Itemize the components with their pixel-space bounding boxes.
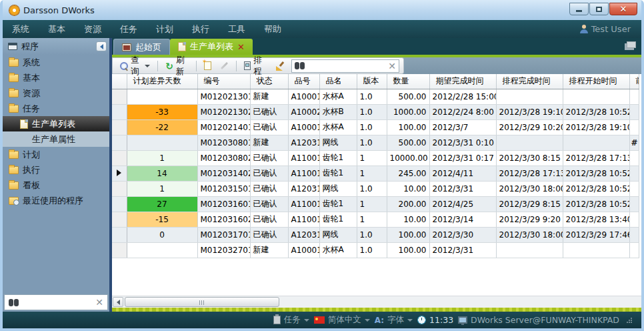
edit-button[interactable] bbox=[217, 63, 231, 68]
cell-expect_time[interactable]: 2012/3/30 bbox=[429, 227, 496, 242]
menu-item-system[interactable]: 系统 bbox=[3, 20, 39, 39]
cell-sched_start[interactable] bbox=[563, 135, 629, 150]
cell-code[interactable]: M012031601 bbox=[197, 196, 250, 212]
menu-item-execute[interactable]: 执行 bbox=[183, 20, 219, 39]
cell-qty[interactable]: 500.00 bbox=[387, 89, 429, 104]
col-header-sched_finish[interactable]: 排程完成时间 bbox=[496, 74, 563, 89]
cell-version[interactable]: 1.0 bbox=[357, 135, 387, 150]
cell-code[interactable]: M012031701 bbox=[197, 227, 250, 242]
sidebar-search-clear-icon[interactable]: ✕ bbox=[95, 298, 103, 307]
cell-sched_finish[interactable]: 2012/3/30 18:00 bbox=[496, 181, 563, 196]
sidebar-item-basic[interactable]: 基本 bbox=[3, 70, 109, 85]
cell-code[interactable]: M012030801 bbox=[197, 135, 250, 150]
cell-item_name[interactable]: 齿轮1 bbox=[319, 212, 357, 227]
cell-sched_finish[interactable]: 2012/3/29 8:15 bbox=[496, 196, 563, 212]
cell-qty[interactable]: 10000.00 bbox=[387, 150, 429, 166]
col-header-version[interactable]: 版本 bbox=[357, 74, 387, 89]
table-search-input[interactable] bbox=[307, 61, 385, 71]
cell-code[interactable]: M012031501 bbox=[197, 181, 250, 196]
col-header-qty[interactable]: 数量 bbox=[387, 74, 429, 89]
row-selector[interactable] bbox=[112, 181, 127, 196]
col-header-item_no[interactable]: 品号 bbox=[288, 74, 319, 89]
cell-sched_start[interactable]: 2012/3/28 10:52 bbox=[563, 104, 629, 119]
cell-sched_start[interactable]: 2012/3/28 10:52 bbox=[563, 196, 629, 212]
cell-item_name[interactable]: 齿轮1 bbox=[319, 150, 357, 166]
cell-status[interactable]: 已确认 bbox=[250, 196, 288, 212]
cell-diff[interactable]: 14 bbox=[127, 166, 197, 181]
col-header-extra[interactable]: 前 bbox=[629, 74, 639, 89]
cell-sched_start[interactable]: 2012/3/28 10:52 bbox=[563, 166, 629, 181]
cell-version[interactable]: 1 bbox=[357, 212, 387, 227]
tab-start-page[interactable]: 起始页 bbox=[113, 39, 170, 55]
menu-item-basic[interactable]: 基本 bbox=[39, 20, 75, 39]
menu-item-help[interactable]: 帮助 bbox=[255, 20, 291, 39]
cell-item_no[interactable]: A11001 bbox=[288, 212, 319, 227]
cell-status[interactable]: 新建 bbox=[250, 242, 288, 258]
cell-item_name[interactable]: 齿轮1 bbox=[319, 166, 357, 181]
schedule-button[interactable]: 排程 bbox=[241, 53, 270, 79]
tab-list-icon[interactable] bbox=[627, 41, 636, 48]
cell-item_no[interactable]: A11001 bbox=[288, 166, 319, 181]
cell-diff[interactable]: 0 bbox=[127, 227, 197, 242]
cell-extra[interactable] bbox=[629, 181, 639, 196]
tab-order-list[interactable]: 生产单列表 ✕ bbox=[170, 39, 253, 55]
cell-expect_time[interactable]: 2012/2/24 8:00 bbox=[429, 104, 496, 119]
cell-extra[interactable] bbox=[629, 166, 639, 181]
language-menu[interactable]: 简体中文 bbox=[314, 314, 370, 326]
cell-code[interactable]: M012021302 bbox=[197, 104, 250, 119]
cell-status[interactable]: 新建 bbox=[250, 89, 288, 104]
sidebar-item-execute[interactable]: 执行 bbox=[3, 162, 109, 178]
clean-button[interactable] bbox=[273, 60, 288, 72]
cell-item_name[interactable]: 水杯A bbox=[319, 89, 357, 104]
menu-item-tools[interactable]: 工具 bbox=[219, 20, 255, 39]
cell-expect_time[interactable]: 2012/3/31 0:10 bbox=[429, 135, 496, 150]
cell-expect_time[interactable]: 2012/2/28 15:00 bbox=[429, 89, 496, 104]
cell-item_no[interactable]: A10001 bbox=[288, 119, 319, 135]
sidebar-item-system[interactable]: 系统 bbox=[3, 55, 109, 70]
cell-extra[interactable]: # bbox=[629, 135, 639, 150]
cell-item_name[interactable]: 齿轮1 bbox=[319, 196, 357, 212]
cell-expect_time[interactable]: 2012/4/25 bbox=[429, 196, 496, 212]
cell-extra[interactable] bbox=[629, 89, 639, 104]
cell-sched_start[interactable]: 2012/3/28 13:40 bbox=[563, 212, 629, 227]
cell-code[interactable]: M012021301 bbox=[197, 89, 250, 104]
cell-sched_start[interactable]: 2012/3/29 17:46 bbox=[563, 227, 629, 242]
cell-extra[interactable] bbox=[629, 196, 639, 212]
row-selector[interactable] bbox=[112, 119, 127, 135]
sidebar-item-board[interactable]: 看板 bbox=[3, 178, 109, 193]
col-header-expect_time[interactable]: 期望完成时间 bbox=[429, 74, 496, 89]
cell-code[interactable]: M012031402 bbox=[197, 166, 250, 181]
cell-version[interactable]: 1 bbox=[357, 150, 387, 166]
cell-item_no[interactable]: A11001 bbox=[288, 196, 319, 212]
row-selector[interactable] bbox=[112, 150, 127, 166]
cell-code[interactable]: M012031602 bbox=[197, 212, 250, 227]
cell-status[interactable]: 已确认 bbox=[250, 212, 288, 227]
sidebar-item-resource[interactable]: 资源 bbox=[3, 85, 109, 101]
sidebar-item-order-props[interactable]: 生产单属性 bbox=[3, 131, 109, 147]
row-selector[interactable] bbox=[112, 135, 127, 150]
cell-status[interactable]: 已确认 bbox=[250, 104, 288, 119]
cell-sched_finish[interactable]: 2012/3/29 10:20 bbox=[496, 119, 563, 135]
cell-extra[interactable] bbox=[629, 212, 639, 227]
collapse-sidebar-button[interactable] bbox=[96, 41, 107, 51]
tab-close-icon[interactable]: ✕ bbox=[237, 43, 245, 51]
table-search-clear-icon[interactable]: ✕ bbox=[388, 61, 396, 71]
cell-diff[interactable]: 27 bbox=[127, 196, 197, 212]
cell-extra[interactable] bbox=[629, 242, 639, 258]
cell-diff[interactable] bbox=[127, 89, 197, 104]
maximize-button[interactable] bbox=[589, 3, 609, 15]
row-selector[interactable] bbox=[112, 242, 127, 258]
cell-expect_time[interactable]: 2012/3/31 bbox=[429, 242, 496, 258]
row-selector[interactable] bbox=[112, 212, 127, 227]
cell-qty[interactable]: 500.00 bbox=[387, 135, 429, 150]
cell-qty[interactable]: 100.00 bbox=[387, 242, 429, 258]
cell-sched_finish[interactable] bbox=[496, 242, 563, 258]
cell-item_name[interactable]: 网线 bbox=[319, 227, 357, 242]
cell-version[interactable]: 1.0 bbox=[357, 89, 387, 104]
cell-sched_finish[interactable]: 2012/3/30 18:00 bbox=[496, 227, 563, 242]
cell-qty[interactable]: 1000.00 bbox=[387, 104, 429, 119]
cell-qty[interactable]: 245.00 bbox=[387, 166, 429, 181]
cell-extra[interactable] bbox=[629, 150, 639, 166]
cell-status[interactable]: 已确认 bbox=[250, 119, 288, 135]
cell-sched_finish[interactable] bbox=[496, 135, 563, 150]
